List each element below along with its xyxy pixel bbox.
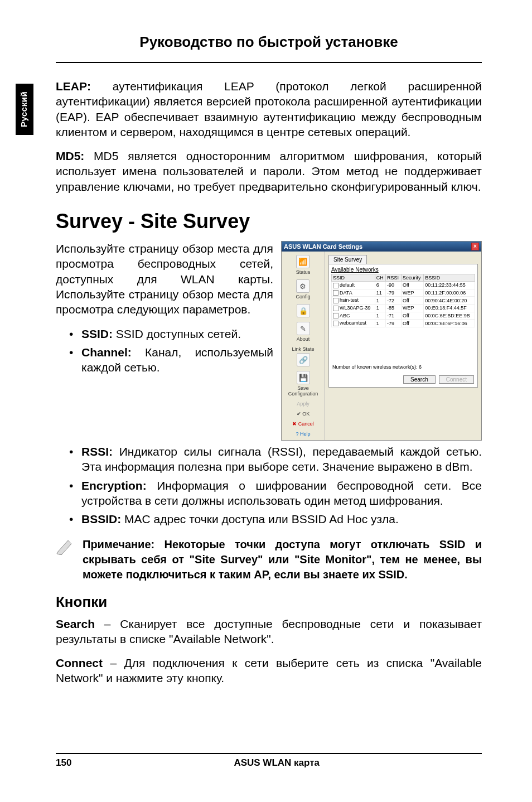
table-row[interactable]: ABC1-71Off00:0C:6E:BD:EE:9B bbox=[332, 312, 475, 320]
table-row[interactable]: WL30APG-391-85WEP00:E0:18:F4:44:5F bbox=[332, 304, 475, 312]
leap-text: аутентификация LEAP (протокол легкой рас… bbox=[56, 80, 482, 138]
connect-text: – Для подключения к сети выберите сеть и… bbox=[56, 656, 482, 684]
network-icon bbox=[333, 306, 338, 311]
sidebar-about-label: About bbox=[297, 336, 310, 342]
bullet-ssid-text: SSID доступных сетей. bbox=[113, 327, 241, 340]
bullet-encryption: Encryption: Информация о шифровании бесп… bbox=[69, 478, 482, 509]
network-icon bbox=[333, 283, 338, 288]
sidebar-apply: Apply bbox=[297, 401, 309, 407]
panel-label: Available Networks bbox=[331, 267, 475, 273]
page-number: 150 bbox=[56, 757, 71, 769]
md5-label: MD5: bbox=[56, 149, 84, 162]
sidebar-config-label: Config bbox=[296, 294, 310, 299]
survey-bullets-top: SSID: SSID доступных сетей. Channel: Кан… bbox=[56, 326, 273, 375]
page: Русский Руководство по быстрой установке… bbox=[0, 0, 532, 802]
bullet-channel: Channel: Канал, используемый каждой сеть… bbox=[69, 345, 273, 375]
note-text: Примечание: Некоторые точки доступа могу… bbox=[83, 537, 482, 582]
sidebar-cancel[interactable]: ✖ Cancel bbox=[292, 421, 314, 427]
connect-description: Connect – Для подключения к сети выберит… bbox=[56, 655, 482, 686]
sidebar-linkstate[interactable]: Link State🔗 bbox=[292, 346, 314, 366]
save-icon: 💾 bbox=[297, 371, 310, 384]
network-icon bbox=[333, 321, 338, 326]
note-icon bbox=[56, 537, 74, 555]
footer: 150 ASUS WLAN карта bbox=[0, 753, 532, 769]
network-icon bbox=[333, 290, 338, 296]
search-description: Search – Сканирует все доступные беспров… bbox=[56, 616, 482, 647]
window-title: ASUS WLAN Card Settings bbox=[284, 243, 362, 250]
titlebar: ASUS WLAN Card Settings × bbox=[282, 241, 481, 252]
sidebar-saveconfig-label: Save Configuration bbox=[283, 385, 323, 397]
network-count: Number of known wireless network(s): 6 bbox=[331, 361, 475, 373]
sidebar-linkstate-label: Link State bbox=[292, 346, 314, 352]
app-sidebar: 📶Status ⚙Config 🔒 ✎About Link State🔗 💾Sa… bbox=[282, 252, 325, 440]
search-label: Search bbox=[56, 617, 95, 630]
networks-table: SSID CH RSSI Security BSSID default6-90O… bbox=[331, 274, 475, 327]
sidebar-status[interactable]: 📶Status bbox=[296, 255, 311, 275]
language-tab: Русский bbox=[16, 84, 33, 135]
col-ch[interactable]: CH bbox=[375, 274, 385, 282]
close-icon[interactable]: × bbox=[471, 243, 479, 250]
tab-site-survey[interactable]: Site Survey bbox=[328, 255, 367, 264]
survey-text-column: Используйте страницу обзор места для про… bbox=[56, 241, 273, 378]
md5-text: MD5 является односторонним алгоритмом ши… bbox=[56, 149, 482, 193]
network-icon bbox=[333, 313, 338, 318]
table-row[interactable]: hsin-test1-72Off00:90:4C:4E:00:20 bbox=[332, 297, 475, 305]
link-icon: 🔗 bbox=[297, 353, 310, 366]
col-bssid[interactable]: BSSID bbox=[424, 274, 475, 282]
about-icon: ✎ bbox=[297, 322, 310, 335]
bullet-ssid-label: SSID: bbox=[81, 327, 113, 340]
header-rule bbox=[56, 62, 482, 63]
sidebar-encrypt[interactable]: 🔒 bbox=[297, 304, 310, 317]
bullet-rssi: RSSI: Индикатор силы сигнала (RSSI), пер… bbox=[69, 444, 482, 475]
note-row: Примечание: Некоторые точки доступа могу… bbox=[56, 537, 482, 582]
connect-button[interactable]: Connect bbox=[439, 375, 474, 384]
bullet-rssi-label: RSSI: bbox=[81, 445, 113, 458]
sidebar-help[interactable]: ? Help bbox=[296, 431, 310, 437]
app-main: Site Survey Available Networks SSID CH R… bbox=[325, 252, 481, 440]
col-rssi[interactable]: RSSI bbox=[386, 274, 402, 282]
survey-heading: Survey - Site Survey bbox=[56, 210, 482, 233]
survey-intro: Используйте страницу обзор места для про… bbox=[56, 241, 273, 317]
table-row[interactable]: DATA11-79WEP00:11:2F:00:00:06 bbox=[332, 289, 475, 297]
md5-paragraph: MD5: MD5 является односторонним алгоритм… bbox=[56, 148, 482, 194]
col-security[interactable]: Security bbox=[401, 274, 423, 282]
bullet-bssid-label: BSSID: bbox=[81, 513, 121, 525]
panel-buttons: Search Connect bbox=[331, 373, 475, 385]
window-body: 📶Status ⚙Config 🔒 ✎About Link State🔗 💾Sa… bbox=[282, 252, 481, 440]
status-icon: 📶 bbox=[296, 255, 309, 268]
leap-paragraph: LEAP: аутентификация LEAP (протокол легк… bbox=[56, 79, 482, 139]
leap-label: LEAP: bbox=[56, 80, 91, 93]
sidebar-saveconfig[interactable]: 💾Save Configuration bbox=[283, 371, 323, 397]
bullet-bssid: BSSID: MAC адрес точки доступа или BSSID… bbox=[69, 511, 482, 526]
survey-bullets-bottom: RSSI: Индикатор силы сигнала (RSSI), пер… bbox=[56, 444, 482, 526]
lock-icon: 🔒 bbox=[297, 304, 310, 317]
network-icon bbox=[333, 298, 338, 303]
sidebar-status-label: Status bbox=[296, 269, 311, 275]
networks-panel: Available Networks SSID CH RSSI Security… bbox=[328, 264, 478, 388]
survey-section: Используйте страницу обзор места для про… bbox=[56, 241, 482, 441]
networks-tbody: default6-90Off00:11:22:33:44:55 DATA11-7… bbox=[332, 282, 475, 327]
bullet-rssi-text: Индикатор силы сигнала (RSSI), передавае… bbox=[81, 445, 482, 473]
col-ssid[interactable]: SSID bbox=[332, 274, 375, 282]
app-window: ASUS WLAN Card Settings × 📶Status ⚙Confi… bbox=[281, 241, 482, 441]
table-header-row: SSID CH RSSI Security BSSID bbox=[332, 274, 475, 282]
screenshot-wrap: ASUS WLAN Card Settings × 📶Status ⚙Confi… bbox=[281, 241, 482, 441]
sidebar-ok[interactable]: ✔ OK bbox=[297, 411, 310, 417]
bullet-bssid-text: MAC адрес точки доступа или BSSID Ad Hoc… bbox=[121, 513, 399, 525]
connect-label: Connect bbox=[56, 656, 103, 669]
bullet-encryption-label: Encryption: bbox=[81, 479, 147, 492]
document-header: Руководство по быстрой установке bbox=[56, 33, 482, 51]
table-row[interactable]: webcamtest1-79Off00:0C:6E:6F:16:06 bbox=[332, 320, 475, 327]
search-text: – Сканирует все доступные беспроводные с… bbox=[56, 617, 482, 645]
footer-title: ASUS WLAN карта bbox=[71, 757, 482, 769]
sidebar-about[interactable]: ✎About bbox=[297, 322, 310, 342]
config-icon: ⚙ bbox=[296, 279, 309, 293]
table-row[interactable]: default6-90Off00:11:22:33:44:55 bbox=[332, 282, 475, 289]
buttons-heading: Кнопки bbox=[56, 593, 482, 611]
bullet-channel-label: Channel: bbox=[81, 346, 132, 359]
search-button[interactable]: Search bbox=[403, 375, 436, 384]
sidebar-config[interactable]: ⚙Config bbox=[296, 279, 310, 299]
bullet-ssid: SSID: SSID доступных сетей. bbox=[69, 326, 273, 341]
